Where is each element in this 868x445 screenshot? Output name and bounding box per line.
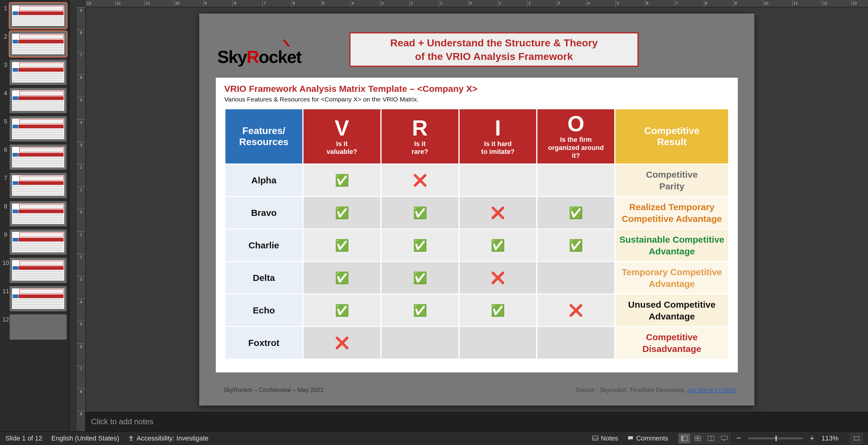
ruler-tick: 9 bbox=[77, 411, 85, 416]
vrio-cell: ✅ bbox=[304, 197, 380, 229]
thumbnail-preview[interactable] bbox=[10, 201, 67, 227]
vrio-cell bbox=[460, 327, 536, 358]
zoom-percent[interactable]: 113% bbox=[822, 435, 838, 442]
comments-label: Comments bbox=[636, 435, 668, 442]
table-header: IIs it hardto imitate? bbox=[460, 109, 536, 164]
check-icon: ✅ bbox=[491, 239, 505, 252]
check-icon: ✅ bbox=[569, 239, 583, 252]
horizontal-ruler: 13121110987654321012345678910111213 bbox=[86, 0, 868, 7]
thumbnail-slide-10[interactable]: 10 bbox=[0, 258, 69, 283]
competitive-result: CompetitiveDisadvantage bbox=[615, 327, 728, 358]
thumbnail-number: 2 bbox=[2, 31, 10, 40]
fit-window-button[interactable] bbox=[850, 433, 863, 444]
thumbnail-number: 12 bbox=[2, 314, 10, 323]
slide-thumbnails-panel[interactable]: 123456789101112 bbox=[0, 0, 69, 431]
source-link[interactable]: Jay Barney (1991) bbox=[687, 386, 736, 393]
check-icon: ✅ bbox=[335, 174, 349, 187]
accessibility-label: Accessibility: Investigate bbox=[136, 435, 208, 442]
vrio-cell: ✅ bbox=[304, 230, 380, 261]
slide-sorter-button[interactable] bbox=[692, 433, 704, 444]
competitive-result: Sustainable CompetitiveAdvantage bbox=[615, 230, 728, 261]
thumbnail-slide-9[interactable]: 9 bbox=[0, 230, 69, 255]
notes-button[interactable]: Notes bbox=[592, 435, 618, 442]
thumbnail-preview[interactable] bbox=[10, 116, 67, 141]
thumbnail-number: 10 bbox=[2, 258, 10, 267]
check-icon: ✅ bbox=[335, 304, 349, 317]
thumbnail-slide-11[interactable]: 11 bbox=[0, 286, 69, 311]
thumbnail-number: 1 bbox=[2, 3, 10, 12]
notes-pane[interactable]: Click to add notes bbox=[86, 412, 868, 431]
ruler-tick: 9 bbox=[204, 0, 207, 7]
thumbnail-slide-4[interactable]: 4 bbox=[0, 88, 69, 113]
thumbnail-slide-7[interactable]: 7 bbox=[0, 173, 69, 198]
vrio-cell: ✅ bbox=[537, 230, 614, 261]
ruler-tick: 2 bbox=[527, 0, 530, 7]
slide-counter[interactable]: Slide 1 of 12 bbox=[5, 435, 42, 442]
ruler-tick: 12 bbox=[822, 0, 827, 7]
zoom-out-button[interactable]: − bbox=[735, 434, 743, 443]
thumbnail-number: 9 bbox=[2, 230, 10, 238]
ruler-tick: 2 bbox=[77, 164, 85, 170]
ruler-tick: 2 bbox=[410, 0, 413, 7]
thumbnail-preview[interactable] bbox=[10, 173, 67, 198]
ruler-tick: 1 bbox=[77, 231, 85, 237]
thumbnail-slide-6[interactable]: 6 bbox=[0, 144, 69, 170]
feature-name: Echo bbox=[225, 295, 302, 326]
vrio-cell: ✅ bbox=[381, 262, 458, 294]
reading-view-button[interactable] bbox=[705, 433, 717, 444]
thumbnail-preview[interactable] bbox=[10, 144, 67, 170]
language-indicator[interactable]: English (United States) bbox=[51, 435, 119, 442]
ruler-tick: 7 bbox=[675, 0, 678, 7]
thumbnail-preview[interactable] bbox=[10, 3, 67, 28]
banner[interactable]: Read + Understand the Structure & Theory… bbox=[349, 32, 639, 67]
slide-content[interactable]: VRIO Framework Analysis Matrix Template … bbox=[216, 78, 738, 372]
thumbnail-preview[interactable] bbox=[10, 88, 67, 113]
thumbnail-slide-1[interactable]: 1 bbox=[0, 3, 69, 28]
thumbnail-slide-8[interactable]: 8 bbox=[0, 201, 69, 227]
ruler-tick: 7 bbox=[77, 52, 85, 58]
thumbnail-number: 4 bbox=[2, 88, 10, 97]
thumbnail-slide-5[interactable]: 5 bbox=[0, 116, 69, 141]
feature-name: Bravo bbox=[225, 197, 302, 229]
zoom-in-button[interactable]: + bbox=[808, 434, 816, 443]
table-row: Delta✅✅❌Temporary CompetitiveAdvantage bbox=[225, 262, 728, 294]
vrio-cell: ✅ bbox=[304, 164, 380, 196]
thumbnail-preview[interactable] bbox=[10, 314, 67, 340]
svg-rect-8 bbox=[698, 439, 701, 441]
vrio-cell: ❌ bbox=[381, 164, 458, 196]
thumbnail-slide-12[interactable]: 12 bbox=[0, 314, 69, 340]
thumbnail-slide-3[interactable]: 3 bbox=[0, 60, 69, 85]
thumbnail-slide-2[interactable]: 2 bbox=[0, 31, 69, 57]
slideshow-button[interactable] bbox=[718, 433, 730, 444]
thumbnail-preview[interactable] bbox=[10, 31, 67, 57]
vrio-cell bbox=[381, 327, 458, 358]
ruler-tick: 8 bbox=[704, 0, 707, 7]
logo-accent: R bbox=[247, 47, 258, 67]
table-row: Foxtrot❌CompetitiveDisadvantage bbox=[225, 327, 728, 358]
thumbnail-preview[interactable] bbox=[10, 230, 67, 255]
ruler-tick: 0 bbox=[468, 0, 472, 7]
comments-button[interactable]: Comments bbox=[627, 435, 668, 442]
thumbnail-number: 6 bbox=[2, 144, 10, 153]
normal-view-button[interactable] bbox=[678, 433, 690, 444]
vrio-cell: ✅ bbox=[381, 295, 458, 326]
logo-text2: ocket bbox=[258, 47, 301, 67]
cross-icon: ❌ bbox=[335, 337, 349, 349]
thumbnail-number: 3 bbox=[2, 60, 10, 68]
accessibility-button[interactable]: Accessibility: Investigate bbox=[128, 435, 208, 442]
ruler-tick: 7 bbox=[77, 366, 85, 371]
vrio-table: Features/ResourcesVIs itvaluable?RIs itr… bbox=[224, 108, 730, 360]
ruler-tick: 4 bbox=[586, 0, 590, 7]
zoom-slider[interactable] bbox=[748, 438, 803, 439]
thumbnail-preview[interactable] bbox=[10, 286, 67, 311]
check-icon: ✅ bbox=[569, 207, 583, 219]
ruler-tick: 1 bbox=[77, 187, 85, 192]
cross-icon: ❌ bbox=[569, 304, 583, 317]
slide-area[interactable]: SkyRocket Read + Understand the Structur… bbox=[86, 7, 868, 412]
table-row: Bravo✅✅❌✅Realized TemporaryCompetitive A… bbox=[225, 197, 728, 229]
check-icon: ✅ bbox=[413, 304, 427, 317]
competitive-result: Realized TemporaryCompetitive Advantage bbox=[615, 197, 728, 229]
thumbnail-preview[interactable] bbox=[10, 258, 67, 283]
thumbnail-preview[interactable] bbox=[10, 60, 67, 85]
slide-canvas[interactable]: SkyRocket Read + Understand the Structur… bbox=[199, 13, 754, 406]
